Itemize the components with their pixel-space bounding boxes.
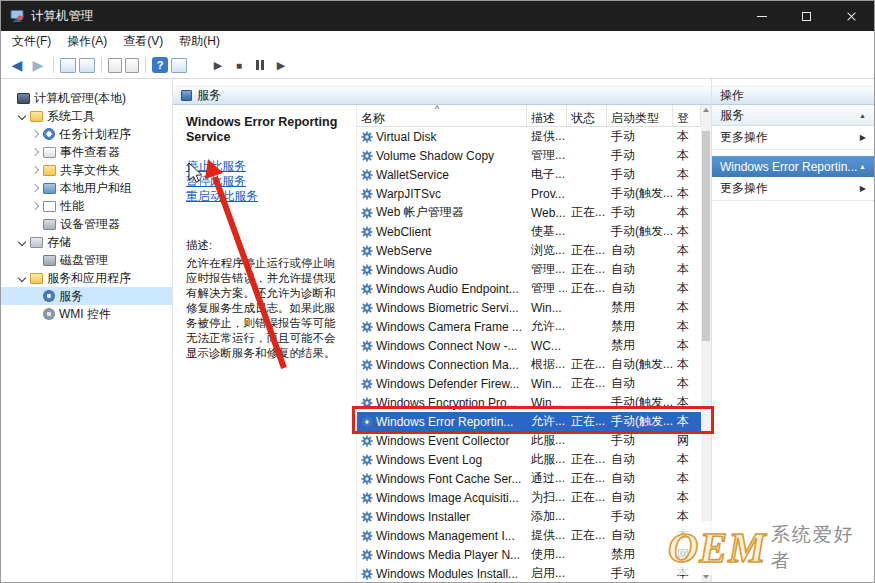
service-gear-icon xyxy=(361,340,373,352)
tree-item-services[interactable]: 服务 xyxy=(1,287,172,305)
service-name: Windows Encryption Pro... xyxy=(376,396,517,410)
service-startup-type-cell: 手动 xyxy=(607,508,673,525)
service-logon-cell: 本 xyxy=(673,280,701,297)
service-row[interactable]: Windows Encryption Pro... Win... 手动(触发..… xyxy=(357,393,701,412)
service-logon-cell: 本 xyxy=(673,508,701,525)
service-row[interactable]: Windows Biometric Servi... Win... 禁用 本 xyxy=(357,298,701,317)
service-row[interactable]: WebServe 浏览... 正在... 自动 本 xyxy=(357,241,701,260)
help-icon[interactable]: ? xyxy=(152,57,168,73)
service-row[interactable]: Windows Event Log 此服... 正在... 自动 本 xyxy=(357,450,701,469)
scroll-down-icon[interactable] xyxy=(701,572,711,582)
menu-item-2[interactable]: 查看(V) xyxy=(115,33,171,50)
tree-item-services-apps[interactable]: 服务和应用程序 xyxy=(1,269,172,287)
service-row[interactable]: Windows Modules Install... 启用... 手动 本 xyxy=(357,564,701,582)
service-row[interactable]: Windows Audio Endpoint... 管理 ... 正在... 自… xyxy=(357,279,701,298)
service-gear-icon xyxy=(361,283,373,295)
service-logon-cell: 本 xyxy=(673,470,701,487)
service-gear-icon xyxy=(361,226,373,238)
service-row[interactable]: WebClient 使基... 手动(触发... 本 xyxy=(357,222,701,241)
service-gear-icon xyxy=(361,359,373,371)
service-row[interactable]: Windows Installer 添加... 手动 本 xyxy=(357,507,701,526)
tree-item-storage[interactable]: 存储 xyxy=(1,233,172,251)
service-row[interactable]: WalletService 电子... 手动 本 xyxy=(357,165,701,184)
column-header-description[interactable]: 描述 xyxy=(527,105,567,126)
service-name: Windows Event Collector xyxy=(376,434,509,448)
tree-item-label: 服务和应用程序 xyxy=(47,270,131,287)
menu-item-0[interactable]: 文件(F) xyxy=(4,33,59,50)
service-name: Windows Audio Endpoint... xyxy=(376,282,519,296)
service-row[interactable]: Windows Event Collector 此服... 手动 网 xyxy=(357,431,701,450)
pause-service-link[interactable]: 暂停此服务 xyxy=(186,174,344,189)
tree-item-device-manager[interactable]: 设备管理器 xyxy=(1,215,172,233)
service-row[interactable]: Windows Camera Frame ... 允许... 禁用 本 xyxy=(357,317,701,336)
service-row[interactable]: Volume Shadow Copy 管理... 手动 本 xyxy=(357,146,701,165)
close-button[interactable] xyxy=(829,1,874,31)
service-startup-type-cell: 自动 xyxy=(607,470,673,487)
service-row[interactable]: Windows Image Acquisiti... 为扫... 正在... 自… xyxy=(357,488,701,507)
start-service-icon[interactable]: ▶ xyxy=(209,56,227,74)
column-header-logon[interactable]: 登 xyxy=(673,105,701,126)
more-actions-selected-service[interactable]: 更多操作 ▶ xyxy=(712,177,874,201)
restart-service-link[interactable]: 重启动此服务 xyxy=(186,189,344,204)
tree-item-task-scheduler[interactable]: 任务计划程序 xyxy=(1,125,172,143)
service-name: WarpJITSvc xyxy=(376,187,441,201)
vertical-scrollbar[interactable] xyxy=(701,105,711,582)
doc-icon[interactable] xyxy=(108,58,122,73)
service-status-cell: 正在... xyxy=(567,261,607,278)
more-actions-services[interactable]: 更多操作 ▶ xyxy=(712,126,874,150)
service-row[interactable]: Windows Audio 管理... 正在... 自动 本 xyxy=(357,260,701,279)
console-window-icon[interactable] xyxy=(171,58,187,73)
service-row[interactable]: Windows Management I... 提供... 正在... 自动 本 xyxy=(357,526,701,545)
service-name: Windows Connection Ma... xyxy=(376,358,519,372)
service-row[interactable]: Web 帐户管理器 Web... 正在... 手动 本 xyxy=(357,203,701,222)
tree-item-label: 本地用户和组 xyxy=(60,180,132,197)
restart-service-icon[interactable]: ▶ xyxy=(272,56,290,74)
column-header-name[interactable]: 名称 ^ xyxy=(357,105,527,126)
service-row[interactable]: Windows Connection Ma... 根据... 正在... 自动(… xyxy=(357,355,701,374)
minimize-button[interactable] xyxy=(739,1,784,31)
actions-section-selected-service[interactable]: Windows Error Reportin... ▲ xyxy=(712,156,874,177)
tree-item-performance[interactable]: 性能 xyxy=(1,197,172,215)
service-startup-type-cell: 手动 xyxy=(607,128,673,145)
service-row[interactable]: Virtual Disk 提供... 手动 本 xyxy=(357,127,701,146)
tree-item-system-tools[interactable]: 系统工具 xyxy=(1,107,172,125)
stop-service-link[interactable]: 停止此服务 xyxy=(186,159,344,174)
service-row[interactable]: Windows Connect Now -... WC... 禁用 本 xyxy=(357,336,701,355)
service-row-selected[interactable]: Windows Error Reportin... 允许... 正在... 手动… xyxy=(357,412,701,431)
service-startup-type-cell: 手动(触发... xyxy=(607,394,673,411)
tree-item-computer[interactable]: 计算机管理(本地) xyxy=(1,89,172,107)
tree-item-local-users[interactable]: 本地用户和组 xyxy=(1,179,172,197)
window-controls xyxy=(739,1,874,31)
service-status-cell: 正在... xyxy=(567,242,607,259)
service-row[interactable]: WarpJITSvc Prov... 手动(触发... 本 xyxy=(357,184,701,203)
service-row[interactable]: Windows Font Cache Ser... 通过... 正在... 自动… xyxy=(357,469,701,488)
menu-item-1[interactable]: 操作(A) xyxy=(59,33,115,50)
back-icon[interactable]: ◀ xyxy=(8,56,26,74)
forward-icon[interactable]: ▶ xyxy=(29,56,47,74)
scroll-up-icon[interactable] xyxy=(701,105,711,115)
service-name: Windows Modules Install... xyxy=(376,567,518,581)
column-header-status[interactable]: 状态 xyxy=(567,105,607,126)
service-row[interactable]: Windows Media Player N... 使用... 禁用 网 xyxy=(357,545,701,564)
menu-item-3[interactable]: 帮助(H) xyxy=(171,33,228,50)
service-gear-icon xyxy=(361,302,373,314)
scrollbar-thumb[interactable] xyxy=(702,131,710,341)
column-header-startup-type[interactable]: 启动类型 xyxy=(607,105,673,126)
tree-item-disk-management[interactable]: 磁盘管理 xyxy=(1,251,172,269)
actions-section-services[interactable]: 服务 ▲ xyxy=(712,105,874,126)
window-view-icon[interactable] xyxy=(79,58,95,73)
wmi-icon xyxy=(43,308,55,320)
more-actions-selected-service-label: 更多操作 xyxy=(720,180,768,197)
service-gear-icon xyxy=(361,492,373,504)
service-startup-type-cell: 自动(触发... xyxy=(607,356,673,373)
stop-service-icon[interactable]: ■ xyxy=(230,56,248,74)
service-row[interactable]: Windows Defender Firew... Win... 正在... 自… xyxy=(357,374,701,393)
show-tree-icon[interactable] xyxy=(60,58,76,73)
pause-service-icon[interactable] xyxy=(251,56,269,74)
export-icon[interactable] xyxy=(125,58,139,73)
tree-item-event-viewer[interactable]: 事件查看器 xyxy=(1,143,172,161)
tree-item-shared-folders[interactable]: 共享文件夹 xyxy=(1,161,172,179)
service-description-cell: 管理 ... xyxy=(527,280,567,297)
tree-item-wmi[interactable]: WMI 控件 xyxy=(1,305,172,323)
maximize-button[interactable] xyxy=(784,1,829,31)
